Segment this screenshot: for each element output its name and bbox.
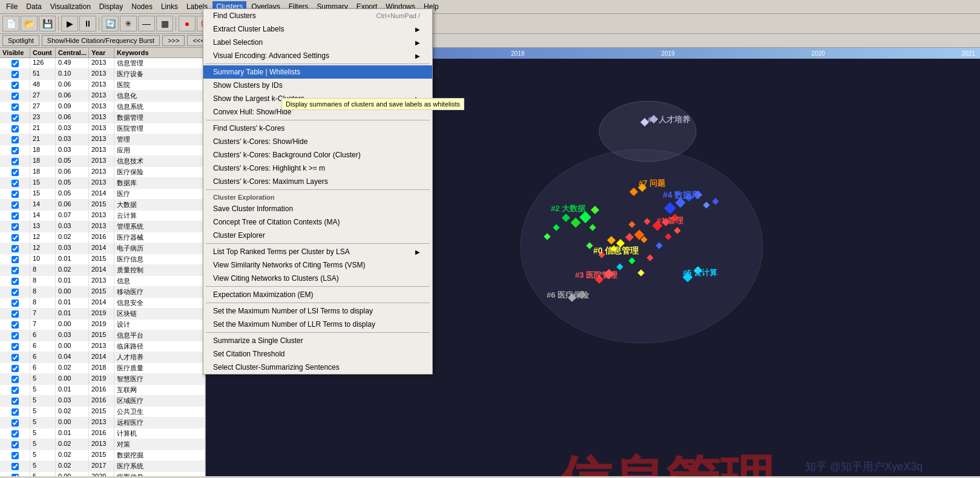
table-row[interactable]: 18 0.06 2013 医疗保险 <box>0 167 205 178</box>
cell-visible[interactable] <box>0 232 30 243</box>
visible-checkbox[interactable] <box>12 376 19 383</box>
table-row[interactable]: 10 0.01 2015 医疗信息 <box>0 254 205 265</box>
citation-burst-button[interactable]: Show/Hide Citation/Frequency Burst <box>42 35 160 46</box>
cell-visible[interactable] <box>0 363 30 373</box>
visible-checkbox[interactable] <box>12 398 19 405</box>
cell-visible[interactable] <box>0 450 30 460</box>
cell-visible[interactable] <box>0 102 30 112</box>
menu-kcores-bg[interactable]: Clusters' k-Cores: Background Color (Clu… <box>203 148 432 162</box>
table-row[interactable]: 126 0.49 2013 信息管理 <box>0 58 205 69</box>
table-row[interactable]: 8 0.01 2014 信息安全 <box>0 298 205 309</box>
menu-display[interactable]: Display <box>96 1 127 12</box>
table-row[interactable]: 6 0.04 2014 人才培养 <box>0 352 205 363</box>
visible-checkbox[interactable] <box>12 354 19 361</box>
cell-visible[interactable] <box>0 243 30 254</box>
cell-visible[interactable] <box>0 276 30 286</box>
visible-checkbox[interactable] <box>12 234 19 241</box>
visible-checkbox[interactable] <box>12 93 19 100</box>
menu-em[interactable]: Expectation Maximization (EM) <box>203 288 432 301</box>
menu-nodes[interactable]: Nodes <box>128 1 156 12</box>
table-row[interactable]: 18 0.05 2013 信息技术 <box>0 156 205 167</box>
play-button[interactable]: ▶ <box>61 16 78 31</box>
table-row[interactable]: 8 0.02 2014 质量控制 <box>0 265 205 276</box>
menu-view-lsa[interactable]: View Citing Networks to Clusters (LSA) <box>203 272 432 285</box>
visible-checkbox[interactable] <box>12 387 19 394</box>
visible-checkbox[interactable] <box>12 289 19 296</box>
cell-visible[interactable] <box>0 123 30 134</box>
table-row[interactable]: 5 0.02 2013 对策 <box>0 439 205 450</box>
menu-cluster-explorer[interactable]: Cluster Explorer <box>203 229 432 242</box>
table-row[interactable]: 6 0.03 2015 信息平台 <box>0 330 205 341</box>
cell-visible[interactable] <box>0 167 30 177</box>
cell-visible[interactable] <box>0 330 30 341</box>
menu-concept-tree[interactable]: Concept Tree of Citation Contexts (MA) <box>203 215 432 229</box>
table-row[interactable]: 14 0.06 2015 大数据 <box>0 200 205 211</box>
table-row[interactable]: 5 0.01 2016 互联网 <box>0 385 205 396</box>
table-row[interactable]: 51 0.10 2013 医疗设备 <box>0 69 205 80</box>
menu-visual-encoding[interactable]: Visual Encoding: Advanced Settings ▶ <box>203 49 432 62</box>
visible-checkbox[interactable] <box>12 452 19 459</box>
cell-visible[interactable] <box>0 407 30 417</box>
menu-max-lsi[interactable]: Set the Maximum Number of LSI Terms to d… <box>203 304 432 318</box>
visible-checkbox[interactable] <box>12 430 19 437</box>
table-row[interactable]: 23 0.06 2013 数据管理 <box>0 113 205 123</box>
visible-checkbox[interactable] <box>12 474 19 477</box>
cell-visible[interactable] <box>0 309 30 319</box>
cell-visible[interactable] <box>0 341 30 352</box>
menu-file[interactable]: File <box>2 1 21 12</box>
cell-visible[interactable] <box>0 145 30 156</box>
table-row[interactable]: 5 0.00 2019 智慧医疗 <box>0 374 205 385</box>
menu-max-llr[interactable]: Set the Maximum Number of LLR Terms to d… <box>203 318 432 331</box>
menu-view-vsm[interactable]: View Similarity Networks of Citing Terms… <box>203 258 432 272</box>
table-body[interactable]: 126 0.49 2013 信息管理 51 0.10 2013 医疗设备 48 … <box>0 58 205 476</box>
cell-visible[interactable] <box>0 221 30 232</box>
menu-kcores-max[interactable]: Clusters' k-Cores: Maximum Layers <box>203 175 432 188</box>
visible-checkbox[interactable] <box>12 191 19 198</box>
menu-citation-threshold[interactable]: Set Citation Threshold <box>203 347 432 361</box>
refresh-button[interactable]: 🔄 <box>102 16 119 31</box>
cell-visible[interactable] <box>0 58 30 68</box>
table-row[interactable]: 8 0.01 2013 信息 <box>0 276 205 287</box>
spotlight-button[interactable]: Spotlight <box>2 35 39 46</box>
cell-visible[interactable] <box>0 374 30 384</box>
cell-visible[interactable] <box>0 428 30 439</box>
cell-visible[interactable] <box>0 134 30 145</box>
visible-checkbox[interactable] <box>12 463 19 470</box>
circle-button[interactable]: ● <box>179 16 196 31</box>
star-button[interactable]: ✳ <box>120 16 137 31</box>
menu-links[interactable]: Links <box>157 1 182 12</box>
visible-checkbox[interactable] <box>12 365 19 372</box>
cell-visible[interactable] <box>0 396 30 406</box>
table-row[interactable]: 5 0.02 2015 数据挖掘 <box>0 450 205 461</box>
visible-checkbox[interactable] <box>12 267 19 274</box>
menu-find-kcores[interactable]: Find Clusters' k-Cores <box>203 122 432 135</box>
visible-checkbox[interactable] <box>12 125 19 133</box>
cell-visible[interactable] <box>0 472 30 476</box>
cell-visible[interactable] <box>0 91 30 101</box>
menu-extract-labels[interactable]: Extract Cluster Labels ▶ <box>203 22 432 36</box>
visible-checkbox[interactable] <box>12 60 19 67</box>
visible-checkbox[interactable] <box>12 147 19 154</box>
table-row[interactable]: 6 0.02 2018 医疗质量 <box>0 363 205 374</box>
visible-checkbox[interactable] <box>12 71 19 78</box>
table-row[interactable]: 8 0.00 2015 移动医疗 <box>0 287 205 298</box>
cell-visible[interactable] <box>0 461 30 471</box>
table-row[interactable]: 12 0.02 2016 医疗器械 <box>0 232 205 243</box>
visible-checkbox[interactable] <box>12 158 19 165</box>
menu-summary-table[interactable]: Summary Table | Whitelists <box>203 65 432 79</box>
table-row[interactable]: 7 0.01 2019 区块链 <box>0 309 205 319</box>
cell-visible[interactable] <box>0 417 30 428</box>
table-row[interactable]: 5 0.00 2020 病案信息 <box>0 472 205 476</box>
menu-kcores-highlight[interactable]: Clusters' k-Cores: Highlight k >= m <box>203 162 432 175</box>
cell-visible[interactable] <box>0 211 30 221</box>
cell-visible[interactable] <box>0 69 30 79</box>
visible-checkbox[interactable] <box>12 332 19 339</box>
visible-checkbox[interactable] <box>12 114 19 122</box>
cell-visible[interactable] <box>0 287 30 297</box>
visible-checkbox[interactable] <box>12 82 19 89</box>
visible-checkbox[interactable] <box>12 441 19 448</box>
cell-visible[interactable] <box>0 156 30 166</box>
table-row[interactable]: 5 0.01 2016 计算机 <box>0 428 205 439</box>
visible-checkbox[interactable] <box>12 278 19 285</box>
table-row[interactable]: 13 0.03 2013 管理系统 <box>0 221 205 232</box>
